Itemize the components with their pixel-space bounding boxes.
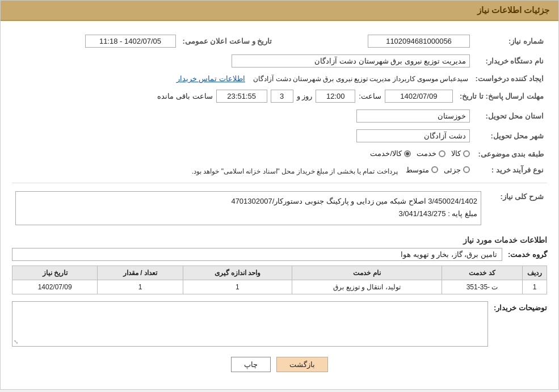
- category-service-item[interactable]: خدمت: [417, 149, 445, 158]
- category-goods-item[interactable]: کالا: [451, 149, 470, 158]
- services-section-title: اطلاعات خدمات مورد نیاز: [12, 235, 547, 245]
- col-header-code: کد خدمت: [442, 266, 523, 280]
- deadline-days: 3: [271, 90, 293, 103]
- contact-link[interactable]: اطلاعات تماس خریدار: [176, 74, 245, 83]
- buyer-org-label: نام دستگاه خریدار:: [473, 52, 547, 70]
- province-value: خوزستان: [356, 109, 470, 123]
- services-table: ردیف کد خدمت نام خدمت واحد اندازه گیری ت…: [12, 265, 547, 294]
- process-medium-radio[interactable]: [431, 166, 438, 173]
- process-medium-item[interactable]: متوسط: [406, 166, 438, 174]
- col-header-name: نام خدمت: [292, 266, 442, 280]
- summary-label: شرح کلی نیاز:: [485, 189, 547, 227]
- button-row: بازگشت چاپ: [12, 357, 547, 372]
- deadline-remaining: 23:51:55: [216, 90, 267, 103]
- back-button[interactable]: بازگشت: [276, 357, 328, 372]
- buyer-desc-label: توضیحات خریدار:: [494, 301, 547, 312]
- announce-value: 1402/07/05 - 11:18: [85, 35, 176, 48]
- process-medium-label: متوسط: [406, 166, 429, 174]
- process-part-radio[interactable]: [463, 166, 470, 173]
- resize-icon: ⤡: [14, 339, 18, 345]
- deadline-time: 12:00: [316, 90, 355, 103]
- province-label: استان محل تحویل:: [473, 107, 547, 125]
- buyer-org-value: مدیریت توزیع نیروی برق شهرستان دشت آزادگ…: [232, 54, 470, 68]
- category-goods-service-item[interactable]: کالا/خدمت: [370, 149, 411, 158]
- category-label: طبقه بندی موضوعی:: [473, 147, 547, 161]
- category-service-label: خدمت: [417, 149, 436, 158]
- city-value: دشت آزادگان: [356, 129, 470, 142]
- deadline-day-label: روز و: [297, 92, 313, 100]
- deadline-label: مهلت ارسال پاسخ: تا تاریخ:: [456, 87, 547, 105]
- service-group-value: تامین برق، گاز، بخار و تهویه هوا: [12, 248, 502, 261]
- col-header-unit: واحد اندازه گیری: [183, 266, 292, 280]
- summary-value: 3/450024/1402 اصلاح شبکه مین زدایی و پار…: [15, 191, 481, 225]
- service-group-row: گروه خدمت: تامین برق، گاز، بخار و تهویه …: [12, 248, 547, 261]
- category-radio-group: کالا خدمت کالا/خدمت: [370, 149, 470, 158]
- deadline-date: 1402/07/09: [385, 90, 453, 103]
- deadline-remaining-label: ساعت باقی مانده: [157, 92, 212, 100]
- process-label: نوع فرآیند خرید :: [473, 163, 547, 178]
- page-header: جزئیات اطلاعات نیاز: [1, 1, 558, 21]
- buyer-desc-section: توضیحات خریدار: ⤡: [12, 301, 547, 347]
- announce-label: تاریخ و ساعت اعلان عمومی:: [179, 32, 276, 50]
- category-service-radio[interactable]: [439, 150, 445, 157]
- category-goods-radio[interactable]: [463, 150, 470, 157]
- process-part-label: جزئی: [444, 166, 461, 174]
- page-title: جزئیات اطلاعات نیاز: [477, 5, 549, 15]
- niyaz-number-value: 1102094681000056: [368, 35, 470, 48]
- col-header-date: تاریخ نیاز: [12, 266, 98, 280]
- creator-label: ایجاد کننده درخواست:: [472, 72, 547, 85]
- niyaz-number-label: شماره نیاز:: [473, 32, 547, 50]
- category-goods-service-radio[interactable]: [404, 150, 411, 157]
- col-header-num: ردیف: [523, 266, 547, 280]
- col-header-qty: تعداد / مقدار: [98, 266, 183, 280]
- deadline-time-label: ساعت:: [359, 92, 381, 100]
- service-group-label: گروه خدمت:: [508, 250, 547, 259]
- process-radio-group: جزئی متوسط: [406, 166, 470, 174]
- city-label: شهر محل تحویل:: [473, 127, 547, 145]
- table-row: 1ت -35-351تولید، انتقال و توزیع برق11140…: [12, 280, 547, 294]
- process-note: پرداخت تمام یا بخشی از مبلغ خریداز محل "…: [192, 167, 398, 175]
- category-goods-service-label: کالا/خدمت: [370, 149, 402, 158]
- category-goods-label: کالا: [451, 149, 461, 158]
- print-button[interactable]: چاپ: [231, 357, 271, 372]
- creator-value: سیدعباس موسوی کاربرداز مدیریت توزیع نیرو…: [253, 75, 468, 83]
- buyer-desc-box[interactable]: ⤡: [12, 301, 488, 347]
- process-part-item[interactable]: جزئی: [444, 166, 470, 174]
